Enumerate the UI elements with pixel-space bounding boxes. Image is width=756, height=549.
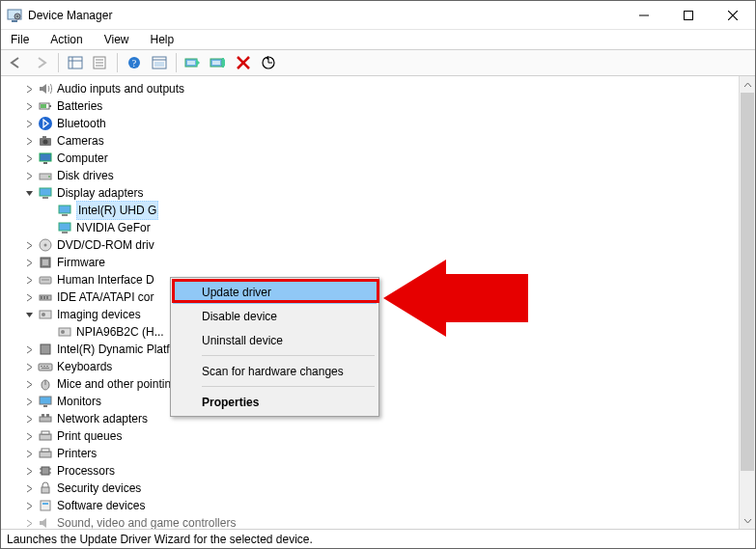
context-item-properties[interactable]: Properties — [173, 390, 377, 414]
collapse-icon[interactable] — [24, 310, 35, 320]
tree-item-nvidia[interactable]: NVIDIA GeFor — [57, 219, 735, 236]
tree-category-monitors[interactable]: Monitors — [38, 393, 735, 410]
tree-category-mice[interactable]: Mice and other pointing devices — [38, 375, 735, 393]
status-text: Launches the Update Driver Wizard for th… — [7, 533, 313, 546]
context-item-update-driver[interactable]: Update driver — [173, 280, 377, 304]
scroll-up-button[interactable] — [740, 76, 755, 93]
context-item-scan[interactable]: Scan for hardware changes — [173, 359, 377, 383]
vertical-scrollbar[interactable] — [739, 76, 755, 529]
expand-icon[interactable] — [24, 171, 35, 181]
scroll-thumb[interactable] — [741, 93, 754, 471]
expand-icon[interactable] — [24, 431, 35, 442]
menu-help[interactable]: Help — [147, 31, 179, 48]
svg-rect-59 — [41, 344, 50, 354]
computer-icon — [38, 151, 53, 166]
expand-icon[interactable] — [24, 153, 35, 164]
expand-icon[interactable] — [24, 258, 35, 268]
expand-icon[interactable] — [24, 101, 35, 112]
tree-category-keyboards[interactable]: Keyboards — [38, 358, 735, 375]
action-button[interactable] — [148, 52, 171, 73]
tree-category-security[interactable]: Security devices — [38, 480, 735, 497]
imaging-device-icon — [57, 324, 72, 340]
tree-category-software[interactable]: Software devices — [38, 497, 735, 514]
context-item-uninstall-device[interactable]: Uninstall device — [173, 328, 377, 352]
tree-item-npia[interactable]: NPIA96B2C (H... — [57, 323, 735, 341]
tree-category-ide[interactable]: IDE ATA/ATAPI cor — [38, 288, 735, 306]
tree-category-audio[interactable]: Audio inputs and outputs — [38, 80, 735, 97]
tree-category-batteries[interactable]: Batteries — [38, 97, 735, 115]
tree-category-imaging[interactable]: Imaging devices — [38, 306, 735, 323]
toolbar-separator — [58, 53, 59, 72]
scroll-down-button[interactable] — [740, 512, 755, 529]
disable-button[interactable] — [232, 52, 255, 73]
tree-category-printq[interactable]: Print queues — [38, 427, 735, 445]
menu-action[interactable]: Action — [46, 31, 86, 48]
tree-label: Bluetooth — [57, 115, 106, 132]
menubar: File Action View Help — [1, 30, 755, 49]
maximize-button[interactable] — [666, 1, 711, 29]
scan-button[interactable] — [257, 52, 280, 73]
svg-rect-34 — [42, 136, 46, 138]
tree-category-printers[interactable]: Printers — [38, 445, 735, 462]
svg-point-58 — [61, 330, 65, 334]
menu-file[interactable]: File — [7, 31, 33, 48]
expand-icon[interactable] — [24, 292, 35, 303]
expand-icon[interactable] — [24, 414, 35, 425]
expand-icon[interactable] — [24, 483, 35, 494]
minimize-button[interactable] — [622, 1, 666, 29]
software-icon — [38, 498, 53, 513]
svg-rect-24 — [222, 58, 224, 68]
svg-rect-8 — [69, 57, 82, 69]
uninstall-button[interactable] — [207, 52, 230, 73]
properties-button[interactable] — [89, 52, 112, 73]
tree-category-platform[interactable]: Intel(R) Dynamic Platform and Thermal Fr… — [38, 341, 735, 358]
expand-icon[interactable] — [24, 362, 35, 372]
tree-category-dvd[interactable]: DVD/CD-ROM driv — [38, 236, 735, 254]
expand-icon[interactable] — [24, 397, 35, 407]
tree-label: Computer — [57, 150, 108, 167]
tree-category-sound[interactable]: Sound, video and game controllers — [38, 514, 735, 529]
tree-label: Processors — [57, 462, 115, 480]
expand-icon[interactable] — [24, 518, 35, 529]
expand-icon[interactable] — [24, 344, 35, 355]
svg-rect-82 — [41, 501, 50, 510]
dvd-icon — [38, 237, 53, 253]
back-button[interactable] — [5, 52, 28, 73]
update-driver-button[interactable] — [182, 52, 205, 73]
menu-view[interactable]: View — [100, 31, 133, 48]
tree-item-intel-uhd[interactable]: Intel(R) UHD G — [57, 202, 735, 219]
svg-rect-36 — [43, 162, 47, 164]
tree-category-cameras[interactable]: Cameras — [38, 132, 735, 150]
collapse-icon[interactable] — [24, 188, 35, 199]
tree-label: Network adapters — [57, 410, 148, 427]
expand-icon[interactable] — [24, 449, 35, 459]
scroll-track[interactable] — [740, 93, 755, 512]
expand-icon[interactable] — [24, 275, 35, 286]
tree-label: Intel(R) UHD G — [76, 201, 158, 220]
audio-icon — [38, 81, 53, 96]
tree-category-disk[interactable]: Disk drives — [38, 167, 735, 184]
expand-icon[interactable] — [24, 240, 35, 251]
show-hide-console-button[interactable] — [64, 52, 87, 73]
tree-category-computer[interactable]: Computer — [38, 150, 735, 167]
svg-rect-83 — [42, 503, 48, 505]
tree-category-hid[interactable]: Human Interface D — [38, 271, 735, 288]
svg-point-38 — [48, 176, 50, 178]
expand-icon[interactable] — [24, 466, 35, 477]
tree-category-network[interactable]: Network adapters — [38, 410, 735, 427]
help-button[interactable]: ? — [123, 52, 146, 73]
svg-rect-61 — [41, 366, 42, 367]
close-button[interactable] — [711, 1, 755, 29]
expand-icon[interactable] — [24, 84, 35, 95]
expand-icon[interactable] — [24, 501, 35, 511]
tree-category-bluetooth[interactable]: Bluetooth — [38, 115, 735, 132]
tree-category-processors[interactable]: Processors — [38, 462, 735, 480]
tree-label: Imaging devices — [57, 306, 141, 323]
tree-category-display[interactable]: Display adapters — [38, 184, 735, 202]
tree-category-firmware[interactable]: Firmware — [38, 254, 735, 271]
expand-icon[interactable] — [24, 379, 35, 390]
expand-icon[interactable] — [24, 119, 35, 129]
context-item-disable-device[interactable]: Disable device — [173, 304, 377, 328]
forward-button[interactable] — [30, 52, 53, 73]
expand-icon[interactable] — [24, 136, 35, 147]
